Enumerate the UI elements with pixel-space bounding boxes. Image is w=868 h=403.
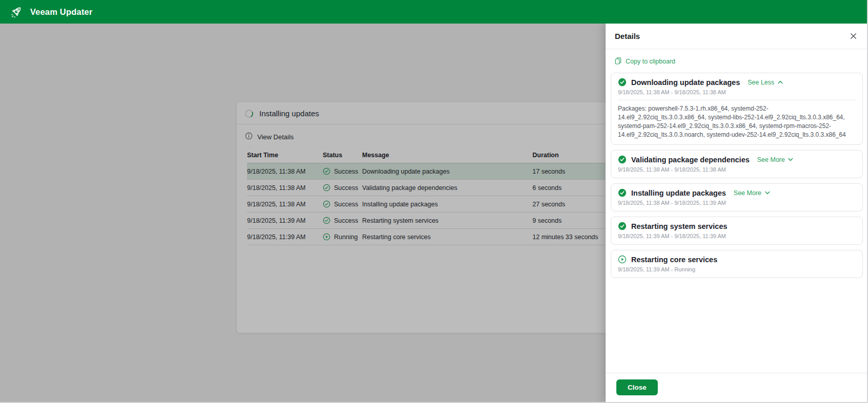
see-toggle-link[interactable]: See More (757, 156, 794, 163)
see-toggle-label: See More (757, 156, 785, 163)
divider (606, 49, 868, 49)
step-time-range: 9/18/2025, 11:39 AM - Running (618, 266, 856, 272)
step-time-range: 9/18/2025, 11:38 AM - 9/18/2025, 11:38 A… (618, 166, 856, 173)
step-packages-text: Packages: powershell-7.5.3-1.rh.x86_64, … (618, 104, 856, 139)
status-icon (618, 78, 627, 87)
chevron-icon (787, 156, 794, 163)
step-title: Restarting core services (631, 256, 717, 264)
step-title: Downloading update packages (631, 78, 740, 87)
step-time-range: 9/18/2025, 11:39 AM - 9/18/2025, 11:39 A… (618, 233, 856, 239)
see-toggle-link[interactable]: See More (733, 189, 770, 197)
app-header: Veeam Updater (0, 0, 868, 24)
chevron-icon (777, 79, 784, 86)
status-icon (618, 255, 627, 264)
details-panel: Details Copy to clipboard (606, 24, 868, 403)
copy-to-clipboard-label: Copy to clipboard (626, 58, 675, 65)
see-toggle-link[interactable]: See Less (748, 79, 784, 86)
app-title: Veeam Updater (30, 7, 93, 17)
close-button[interactable]: Close (616, 379, 658, 395)
chevron-icon (764, 189, 771, 196)
step-time-range: 9/18/2025, 11:38 AM - 9/18/2025, 11:38 A… (618, 89, 856, 95)
detail-step-card: Downloading update packages See Less 9/1… (611, 73, 863, 145)
copy-to-clipboard-button[interactable]: Copy to clipboard (614, 57, 675, 66)
status-icon (618, 155, 627, 164)
status-icon (618, 222, 627, 230)
step-title: Restarting system services (631, 222, 727, 230)
detail-steps-list: Downloading update packages See Less 9/1… (611, 73, 863, 278)
step-title: Installing update packages (631, 189, 726, 197)
step-title: Validating package dependencies (631, 156, 749, 164)
copy-icon (614, 57, 622, 66)
details-panel-body: Copy to clipboard Downloading update pac… (606, 57, 868, 278)
divider (618, 100, 856, 100)
detail-step-card: Restarting core services 9/18/2025, 11:3… (611, 250, 863, 278)
rocket-icon (10, 5, 24, 18)
details-panel-footer: Close (606, 373, 868, 403)
detail-step-card: Validating package dependencies See More… (611, 150, 863, 178)
details-panel-title: Details (615, 32, 640, 40)
close-icon[interactable] (846, 29, 861, 44)
main-area: Installing updates View Details Start Ti… (0, 24, 868, 403)
status-icon (618, 188, 627, 197)
see-toggle-label: See Less (748, 79, 774, 86)
details-panel-header: Details (606, 24, 868, 49)
step-time-range: 9/18/2025, 11:38 AM - 9/18/2025, 11:39 A… (618, 200, 856, 206)
detail-step-card: Restarting system services 9/18/2025, 11… (611, 217, 863, 245)
see-toggle-label: See More (733, 189, 761, 197)
detail-step-card: Installing update packages See More 9/18… (611, 183, 863, 211)
